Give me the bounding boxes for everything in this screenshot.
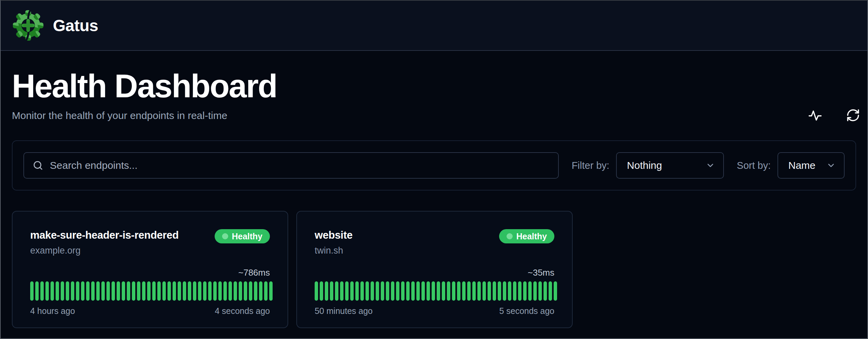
refresh-icon[interactable] xyxy=(846,108,861,123)
response-time-bar[interactable] xyxy=(544,281,547,301)
response-time-bar[interactable] xyxy=(157,281,161,301)
response-time-bar[interactable] xyxy=(538,281,542,301)
response-time-bar[interactable] xyxy=(432,281,435,301)
response-time-bar[interactable] xyxy=(117,281,120,301)
response-time-bar[interactable] xyxy=(254,281,257,301)
response-time-bar[interactable] xyxy=(147,281,151,301)
response-time-bar[interactable] xyxy=(366,281,369,301)
response-time-bar[interactable] xyxy=(61,281,64,301)
response-time-bar[interactable] xyxy=(503,281,506,301)
response-time-bar[interactable] xyxy=(411,281,415,301)
response-time-bar[interactable] xyxy=(467,281,471,301)
response-time-bar[interactable] xyxy=(335,281,338,301)
response-time-bar[interactable] xyxy=(234,281,237,301)
response-time-bar[interactable] xyxy=(96,281,100,301)
response-time-bar[interactable] xyxy=(340,281,343,301)
response-time-bar[interactable] xyxy=(396,281,399,301)
sort-select[interactable]: Name xyxy=(777,152,845,179)
response-time-bar[interactable] xyxy=(554,281,557,301)
response-time-bar[interactable] xyxy=(498,281,501,301)
response-time-bar[interactable] xyxy=(229,281,232,301)
response-time-bar[interactable] xyxy=(533,281,537,301)
response-time-bar[interactable] xyxy=(330,281,333,301)
response-time-bar[interactable] xyxy=(371,281,374,301)
response-time-bar[interactable] xyxy=(513,281,516,301)
endpoint-card[interactable]: website twin.sh Healthy ~35ms 50 minutes… xyxy=(296,211,573,328)
response-time-bar[interactable] xyxy=(66,281,69,301)
response-time-bar[interactable] xyxy=(325,281,328,301)
response-time-bar[interactable] xyxy=(76,281,79,301)
response-time-bar[interactable] xyxy=(508,281,511,301)
response-time-bar[interactable] xyxy=(127,281,130,301)
response-time-bar[interactable] xyxy=(152,281,156,301)
response-time-bar[interactable] xyxy=(437,281,440,301)
endpoint-card[interactable]: make-sure-header-is-rendered example.org… xyxy=(12,211,288,328)
response-time-bar[interactable] xyxy=(386,281,389,301)
response-time-bar[interactable] xyxy=(208,281,212,301)
response-time-bar[interactable] xyxy=(101,281,105,301)
response-time-bar[interactable] xyxy=(488,281,491,301)
response-time-bar[interactable] xyxy=(142,281,145,301)
search-input[interactable] xyxy=(50,160,550,171)
response-time-bar[interactable] xyxy=(249,281,252,301)
response-time-bar[interactable] xyxy=(421,281,425,301)
response-time-bar[interactable] xyxy=(106,281,110,301)
response-time-bar[interactable] xyxy=(193,281,196,301)
response-time-bar[interactable] xyxy=(482,281,486,301)
response-time-bar[interactable] xyxy=(259,281,262,301)
response-time-bar[interactable] xyxy=(45,281,49,301)
response-time-bar[interactable] xyxy=(91,281,95,301)
response-time-bar[interactable] xyxy=(427,281,430,301)
response-time-bar[interactable] xyxy=(239,281,242,301)
response-time-bar[interactable] xyxy=(493,281,496,301)
response-time-bar[interactable] xyxy=(457,281,460,301)
response-time-bar[interactable] xyxy=(416,281,420,301)
response-time-bar[interactable] xyxy=(264,281,268,301)
response-time-bar[interactable] xyxy=(137,281,140,301)
response-time-bar[interactable] xyxy=(381,281,384,301)
response-time-bar[interactable] xyxy=(40,281,44,301)
response-time-bar[interactable] xyxy=(452,281,455,301)
response-time-bar[interactable] xyxy=(447,281,450,301)
response-time-bar[interactable] xyxy=(360,281,364,301)
response-time-bar[interactable] xyxy=(112,281,115,301)
response-time-bar[interactable] xyxy=(173,281,176,301)
response-time-bar[interactable] xyxy=(442,281,445,301)
response-time-bar[interactable] xyxy=(56,281,59,301)
response-time-bar[interactable] xyxy=(376,281,379,301)
response-time-bar[interactable] xyxy=(167,281,171,301)
response-time-bar[interactable] xyxy=(162,281,166,301)
response-time-bar[interactable] xyxy=(86,281,90,301)
response-time-bar[interactable] xyxy=(462,281,466,301)
response-time-bar[interactable] xyxy=(30,281,34,301)
response-time-bar[interactable] xyxy=(523,281,527,301)
response-time-bar[interactable] xyxy=(244,281,247,301)
response-time-bar[interactable] xyxy=(188,281,191,301)
response-time-bar[interactable] xyxy=(178,281,181,301)
response-time-bar[interactable] xyxy=(406,281,410,301)
response-time-bar[interactable] xyxy=(218,281,222,301)
response-time-bar[interactable] xyxy=(213,281,217,301)
response-time-bar[interactable] xyxy=(198,281,201,301)
response-time-bar[interactable] xyxy=(477,281,481,301)
response-time-bar[interactable] xyxy=(518,281,521,301)
activity-icon[interactable] xyxy=(808,108,823,123)
response-time-bar[interactable] xyxy=(391,281,394,301)
response-time-bar[interactable] xyxy=(345,281,349,301)
response-time-bar[interactable] xyxy=(528,281,532,301)
response-time-bar[interactable] xyxy=(355,281,359,301)
response-time-bar[interactable] xyxy=(183,281,186,301)
response-time-bar[interactable] xyxy=(401,281,405,301)
response-time-bar[interactable] xyxy=(223,281,227,301)
response-time-bar[interactable] xyxy=(132,281,135,301)
response-time-bar[interactable] xyxy=(71,281,74,301)
response-time-bar[interactable] xyxy=(122,281,125,301)
response-time-bar[interactable] xyxy=(320,281,323,301)
response-time-bar[interactable] xyxy=(203,281,206,301)
response-time-bar[interactable] xyxy=(35,281,39,301)
response-time-bar[interactable] xyxy=(350,281,354,301)
response-time-bar[interactable] xyxy=(81,281,84,301)
response-time-bar[interactable] xyxy=(472,281,476,301)
response-time-bar[interactable] xyxy=(549,281,552,301)
response-time-bar[interactable] xyxy=(315,281,318,301)
